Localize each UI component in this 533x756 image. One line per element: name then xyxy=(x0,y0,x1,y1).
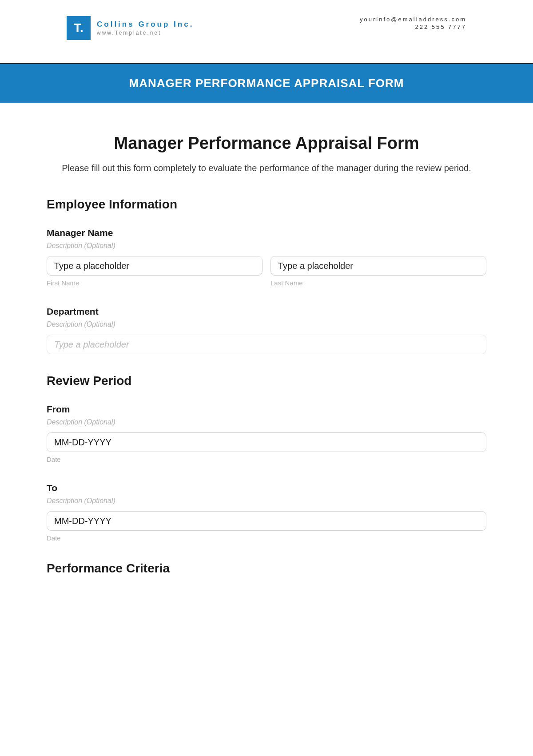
field-department: Department Description (Optional) Type a… xyxy=(47,306,486,354)
from-date-input[interactable]: MM-DD-YYYY xyxy=(47,432,486,452)
department-desc: Description (Optional) xyxy=(47,320,486,328)
from-desc: Description (Optional) xyxy=(47,418,486,426)
first-name-placeholder: Type a placeholder xyxy=(54,261,255,271)
company-name: Collins Group Inc. xyxy=(97,20,194,29)
to-desc: Description (Optional) xyxy=(47,497,486,505)
section-review-period: Review Period xyxy=(47,374,486,388)
document-header: T. Collins Group Inc. www.Template.net y… xyxy=(0,0,533,49)
from-label: From xyxy=(47,404,486,415)
manager-name-desc: Description (Optional) xyxy=(47,242,486,250)
last-name-sublabel: Last Name xyxy=(270,279,486,287)
manager-name-label: Manager Name xyxy=(47,228,486,238)
contact-phone: 222 555 7777 xyxy=(360,24,466,30)
title-banner: MANAGER PERFORMANCE APPRAISAL FORM xyxy=(0,64,533,103)
department-input[interactable]: Type a placeholder xyxy=(47,335,486,354)
to-date-input[interactable]: MM-DD-YYYY xyxy=(47,511,486,531)
company-url: www.Template.net xyxy=(97,30,194,36)
first-name-sublabel: First Name xyxy=(47,279,263,287)
company-logo: T. xyxy=(67,16,91,40)
first-name-input[interactable]: Type a placeholder xyxy=(47,256,263,276)
field-manager-name: Manager Name Description (Optional) Type… xyxy=(47,228,486,287)
form-content: Manager Performance Appraisal Form Pleas… xyxy=(0,103,533,609)
section-performance-criteria: Performance Criteria xyxy=(47,561,486,576)
department-placeholder: Type a placeholder xyxy=(54,340,479,350)
to-label: To xyxy=(47,483,486,493)
form-title: Manager Performance Appraisal Form xyxy=(47,134,486,153)
form-intro: Please fill out this form completely to … xyxy=(47,161,486,175)
from-date-placeholder: MM-DD-YYYY xyxy=(54,437,479,448)
field-from-date: From Description (Optional) MM-DD-YYYY D… xyxy=(47,404,486,463)
contact-email: yourinfo@emailaddress.com xyxy=(360,16,466,23)
banner-title: MANAGER PERFORMANCE APPRAISAL FORM xyxy=(129,76,404,90)
company-info: Collins Group Inc. www.Template.net xyxy=(97,20,194,36)
header-right: yourinfo@emailaddress.com 222 555 7777 xyxy=(360,16,466,30)
header-left: T. Collins Group Inc. www.Template.net xyxy=(67,16,194,40)
from-sublabel: Date xyxy=(47,456,486,463)
to-date-placeholder: MM-DD-YYYY xyxy=(54,516,479,526)
field-to-date: To Description (Optional) MM-DD-YYYY Dat… xyxy=(47,483,486,542)
section-employee-information: Employee Information xyxy=(47,197,486,212)
department-label: Department xyxy=(47,306,486,317)
to-sublabel: Date xyxy=(47,534,486,542)
last-name-input[interactable]: Type a placeholder xyxy=(270,256,486,276)
logo-text: T. xyxy=(74,21,84,35)
last-name-placeholder: Type a placeholder xyxy=(278,261,479,271)
